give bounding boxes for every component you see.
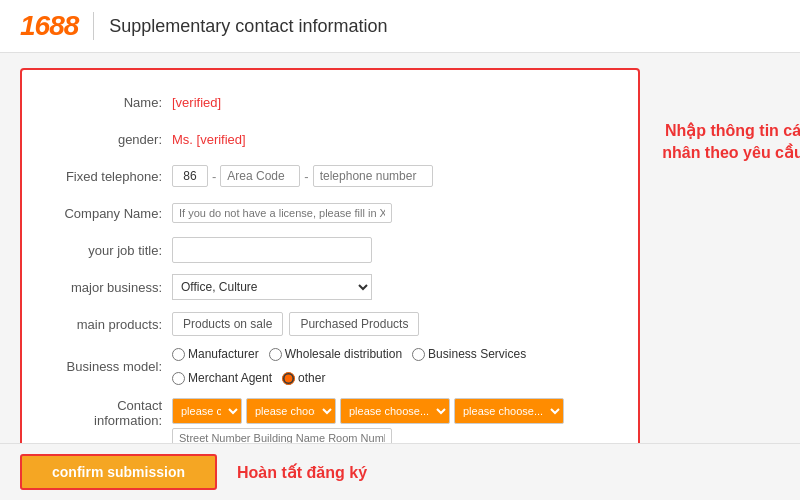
gender-label: gender: <box>42 132 172 147</box>
company-name-input[interactable] <box>172 203 392 223</box>
job-title-input[interactable] <box>172 237 372 263</box>
job-title-label: your job title: <box>42 243 172 258</box>
major-business-select[interactable]: Office, Culture Electronics Fashion <box>172 274 372 300</box>
bm-services-radio[interactable] <box>412 348 425 361</box>
name-value: [verified] <box>172 95 221 110</box>
bm-merchant-label: Merchant Agent <box>188 371 272 385</box>
business-model-row: Business model: Manufacturer Wholesale d… <box>42 347 618 385</box>
bm-services[interactable]: Business Services <box>412 347 526 361</box>
form-annotation: Nhập thông tin cá nhân theo yêu cầu <box>648 120 800 165</box>
form-container: Name: [verified] gender: Ms. [verified] … <box>20 68 640 473</box>
bm-manufacturer-radio[interactable] <box>172 348 185 361</box>
telephone-group: - - <box>172 165 433 187</box>
telephone-row: Fixed telephone: - - <box>42 162 618 190</box>
major-business-label: major business: <box>42 280 172 295</box>
header-divider <box>93 12 94 40</box>
bm-manufacturer-label: Manufacturer <box>188 347 259 361</box>
gender-value: Ms. [verified] <box>172 132 246 147</box>
main-content: Name: [verified] gender: Ms. [verified] … <box>0 53 800 488</box>
name-row: Name: [verified] <box>42 88 618 116</box>
tel-number-input[interactable] <box>313 165 433 187</box>
bm-wholesale[interactable]: Wholesale distribution <box>269 347 402 361</box>
annotation-text: Nhập thông tin cá nhân theo yêu cầu <box>662 122 800 161</box>
company-label: Company Name: <box>42 206 172 221</box>
contact-select-3[interactable]: please choose... <box>340 398 450 424</box>
purchased-products-button[interactable]: Purchased Products <box>289 312 419 336</box>
main-products-row: main products: Products on sale Purchase… <box>42 310 618 338</box>
business-model-label: Business model: <box>42 359 172 374</box>
bm-merchant-radio[interactable] <box>172 372 185 385</box>
contact-select-1[interactable]: please choose... <box>172 398 242 424</box>
major-business-row: major business: Office, Culture Electron… <box>42 273 618 301</box>
job-title-row: your job title: <box>42 236 618 264</box>
header-title: Supplementary contact information <box>109 16 387 37</box>
bm-services-label: Business Services <box>428 347 526 361</box>
tel-separator-2: - <box>304 169 308 184</box>
contact-selects-group: please choose... please choose... please… <box>172 398 564 424</box>
tel-country-input[interactable] <box>172 165 208 187</box>
contact-info-row: Contact information: please choose... pl… <box>42 394 618 448</box>
bm-other-label: other <box>298 371 325 385</box>
bm-wholesale-label: Wholesale distribution <box>285 347 402 361</box>
company-row: Company Name: <box>42 199 618 227</box>
bm-merchant[interactable]: Merchant Agent <box>172 371 272 385</box>
contact-info-label-container: Contact information: <box>42 398 172 428</box>
contact-info-label2: information: <box>94 413 162 428</box>
gender-row: gender: Ms. [verified] <box>42 125 618 153</box>
logo: 1688 <box>20 10 78 42</box>
bottom-annotation: Hoàn tất đăng ký <box>237 463 367 482</box>
telephone-label: Fixed telephone: <box>42 169 172 184</box>
tel-area-input[interactable] <box>220 165 300 187</box>
business-model-group: Manufacturer Wholesale distribution Busi… <box>172 347 618 385</box>
bm-wholesale-radio[interactable] <box>269 348 282 361</box>
main-products-label: main products: <box>42 317 172 332</box>
products-on-sale-button[interactable]: Products on sale <box>172 312 283 336</box>
bottom-bar: confirm submission Hoàn tất đăng ký <box>0 443 800 500</box>
confirm-submission-button[interactable]: confirm submission <box>20 454 217 490</box>
contact-info-label1: Contact <box>117 398 162 413</box>
name-label: Name: <box>42 95 172 110</box>
tel-separator-1: - <box>212 169 216 184</box>
bm-other-radio[interactable] <box>282 372 295 385</box>
bm-other[interactable]: other <box>282 371 325 385</box>
contact-select-4[interactable]: please choose... <box>454 398 564 424</box>
header: 1688 Supplementary contact information <box>0 0 800 53</box>
bm-manufacturer[interactable]: Manufacturer <box>172 347 259 361</box>
products-group: Products on sale Purchased Products <box>172 312 419 336</box>
contact-select-2[interactable]: please choose... <box>246 398 336 424</box>
